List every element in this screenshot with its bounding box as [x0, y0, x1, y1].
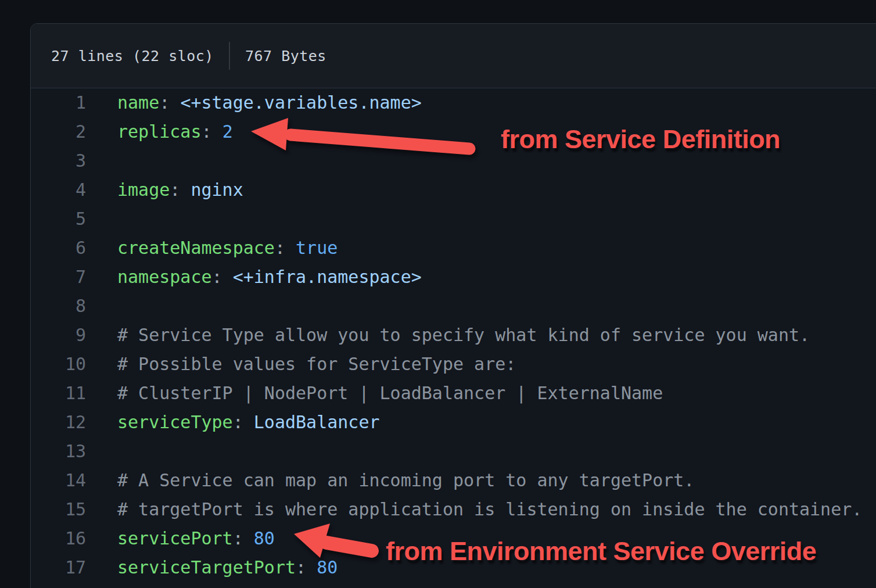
code-text: image: nginx: [86, 175, 243, 205]
line-number[interactable]: 2: [31, 117, 86, 146]
code-text: # ClusterIP | NodePort | LoadBalancer | …: [86, 379, 663, 408]
code-lines: 1name: <+stage.variables.name>2replicas:…: [31, 88, 876, 582]
line-number[interactable]: 6: [31, 234, 86, 263]
line-number[interactable]: 5: [31, 205, 86, 234]
code-line: 10# Possible values for ServiceType are:: [31, 350, 876, 379]
line-number[interactable]: 12: [31, 408, 86, 437]
line-number[interactable]: 3: [31, 146, 86, 175]
line-number[interactable]: 14: [31, 466, 86, 495]
code-text: # targetPort is where application is lis…: [86, 495, 862, 524]
code-text: replicas: 2: [86, 117, 233, 146]
line-number[interactable]: 17: [31, 553, 86, 582]
code-text: [86, 437, 117, 466]
line-number[interactable]: 16: [31, 524, 86, 553]
code-line: 14# A Service can map an incoming port t…: [31, 466, 876, 495]
code-line: 11# ClusterIP | NodePort | LoadBalancer …: [31, 379, 876, 408]
code-text: # Possible values for ServiceType are:: [86, 350, 516, 379]
code-text: namespace: <+infra.namespace>: [86, 263, 422, 292]
annotation-service-definition: from Service Definition: [501, 124, 780, 155]
code-text: createNamespace: true: [86, 234, 338, 263]
code-text: [86, 146, 117, 175]
file-header: 27 lines (22 sloc) 767 Bytes: [31, 24, 876, 88]
file-size: 767 Bytes: [245, 48, 326, 64]
line-number[interactable]: 4: [31, 175, 86, 205]
code-line: 13: [31, 437, 876, 466]
header-divider: [229, 42, 230, 70]
code-line: 4image: nginx: [31, 175, 876, 205]
code-line: 5: [31, 205, 876, 234]
line-number[interactable]: 9: [31, 321, 86, 350]
code-line: 7namespace: <+infra.namespace>: [31, 263, 876, 292]
code-text: [86, 205, 117, 234]
code-line: 1name: <+stage.variables.name>: [31, 88, 876, 117]
line-number[interactable]: 15: [31, 495, 86, 524]
line-number[interactable]: 8: [31, 292, 86, 321]
line-number[interactable]: 7: [31, 263, 86, 292]
code-text: # A Service can map an incoming port to …: [86, 466, 694, 495]
code-line: 15# targetPort is where application is l…: [31, 495, 876, 524]
code-line: 6createNamespace: true: [31, 234, 876, 263]
file-card: 27 lines (22 sloc) 767 Bytes 1name: <+st…: [30, 23, 876, 588]
code-text: serviceType: LoadBalancer: [86, 408, 380, 437]
code-line: 9# Service Type allow you to specify wha…: [31, 321, 876, 350]
code-line: 12serviceType: LoadBalancer: [31, 408, 876, 437]
file-lines-count: 27 lines (22 sloc): [51, 48, 214, 64]
line-number[interactable]: 1: [31, 88, 86, 117]
code-text: serviceTargetPort: 80: [86, 553, 338, 582]
code-viewer: 1name: <+stage.variables.name>2replicas:…: [31, 88, 876, 582]
line-number[interactable]: 11: [31, 379, 86, 408]
line-number[interactable]: 10: [31, 350, 86, 379]
code-text: [86, 292, 117, 321]
code-text: # Service Type allow you to specify what…: [86, 321, 810, 350]
line-number[interactable]: 13: [31, 437, 86, 466]
code-text: name: <+stage.variables.name>: [86, 88, 422, 117]
annotation-environment-override: from Environment Service Override: [386, 536, 816, 567]
code-text: servicePort: 80: [86, 524, 275, 553]
code-line: 8: [31, 292, 876, 321]
